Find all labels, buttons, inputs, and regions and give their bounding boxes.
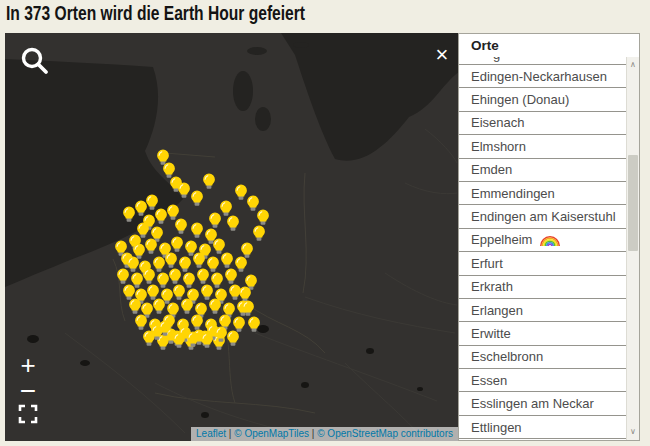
- orte-list-item-label: Erlangen: [471, 303, 523, 318]
- map-marker-bulb[interactable]: [256, 209, 270, 226]
- orte-list-item[interactable]: Erwitte: [459, 322, 626, 345]
- orte-list-item-label: Erfurt: [471, 256, 503, 271]
- map-marker-bulb[interactable]: [226, 215, 240, 232]
- orte-list-item-clipped[interactable]: g: [459, 57, 626, 65]
- map-marker-bulb[interactable]: [200, 332, 214, 349]
- orte-list-item-label: Eisenach: [471, 115, 524, 130]
- lightbulb-icon: [168, 268, 182, 285]
- fullscreen-brackets-icon: [18, 404, 38, 424]
- map-marker-bulb[interactable]: [180, 298, 194, 315]
- map-marker-bulb[interactable]: [186, 331, 200, 348]
- lightbulb-icon: [180, 298, 194, 315]
- lightbulb-icon: [220, 252, 234, 269]
- orte-list-item[interactable]: Erkrath: [459, 276, 626, 299]
- orte-panel: Orte g Edingen-NeckarhausenEhingen (Dona…: [458, 33, 640, 441]
- orte-list-item[interactable]: Emden: [459, 159, 626, 182]
- map-marker-bulb[interactable]: [190, 222, 204, 239]
- orte-list-item[interactable]: Ettlingen: [459, 416, 626, 439]
- lightbulb-icon: [170, 236, 184, 253]
- orte-list-item-label: Eschelbronn: [471, 349, 543, 364]
- lightbulb-icon: [136, 222, 150, 239]
- lightbulb-icon: [200, 332, 214, 349]
- orte-list-item[interactable]: Eschelbronn: [459, 346, 626, 369]
- search-icon: [19, 45, 53, 79]
- orte-list-item[interactable]: Ehingen (Donau): [459, 88, 626, 111]
- search-button[interactable]: [19, 45, 53, 79]
- map-marker-bulb[interactable]: [196, 268, 210, 285]
- map-marker-bulb[interactable]: [247, 316, 261, 333]
- lightbulb-icon: [252, 225, 266, 242]
- lightbulb-icon: [202, 173, 216, 190]
- orte-list-item[interactable]: Erfurt: [459, 252, 626, 275]
- orte-list-item[interactable]: Essen: [459, 369, 626, 392]
- orte-list-item[interactable]: Eppelheim: [459, 229, 626, 252]
- map-marker-bulb[interactable]: [220, 252, 234, 269]
- lightbulb-icon: [190, 222, 204, 239]
- orte-list-scrollbar[interactable]: ∧ ∨: [626, 57, 639, 440]
- lightbulb-icon: [142, 268, 156, 285]
- orte-list-item-label: Edingen-Neckarhausen: [471, 69, 607, 84]
- orte-list-item[interactable]: Elmshorn: [459, 135, 626, 158]
- map-marker-bulb[interactable]: [202, 173, 216, 190]
- map-marker-bulb[interactable]: [226, 330, 240, 347]
- map-marker-bulb[interactable]: [164, 252, 178, 269]
- page-title: In 373 Orten wird die Earth Hour gefeier…: [6, 2, 305, 25]
- map-marker-bulb[interactable]: [142, 268, 156, 285]
- orte-list: g Edingen-NeckarhausenEhingen (Donau)Eis…: [459, 57, 626, 440]
- map-marker-bulb[interactable]: [252, 225, 266, 242]
- map-marker-bulb[interactable]: [134, 314, 148, 331]
- attribution-link[interactable]: © OpenMapTiles: [234, 428, 309, 439]
- map-marker-bulb[interactable]: [214, 326, 228, 343]
- orte-list-item[interactable]: Emmendingen: [459, 182, 626, 205]
- orte-list-item[interactable]: Esslingen am Neckar: [459, 392, 626, 415]
- orte-list-item[interactable]: Endingen am Kaiserstuhl: [459, 205, 626, 228]
- map-marker-bulb[interactable]: [158, 320, 172, 337]
- fullscreen-button[interactable]: [18, 404, 38, 424]
- lightbulb-icon: [214, 326, 228, 343]
- orte-list-item-label: Esslingen am Neckar: [471, 396, 594, 411]
- map-marker-bulb[interactable]: [136, 222, 150, 239]
- lightbulb-icon: [134, 314, 148, 331]
- map-marker-bulb[interactable]: [144, 238, 158, 255]
- map-marker-bulb[interactable]: [168, 268, 182, 285]
- map-marker-bulb[interactable]: [174, 218, 188, 235]
- map-marker-bulb[interactable]: [208, 298, 222, 315]
- orte-list-item[interactable]: Eisenach: [459, 112, 626, 135]
- scrollbar-thumb[interactable]: [628, 155, 638, 251]
- map-marker-bulb[interactable]: [208, 212, 222, 229]
- lightbulb-icon: [192, 252, 206, 269]
- lightbulb-icon: [164, 252, 178, 269]
- map-marker-bulb[interactable]: [177, 182, 191, 199]
- attribution-link[interactable]: © OpenStreetMap contributors: [317, 428, 453, 439]
- orte-list-item-label: Elmshorn: [471, 139, 526, 154]
- map-marker-bulb[interactable]: [122, 206, 136, 223]
- map-attribution[interactable]: Leaflet | © OpenMapTiles | © OpenStreetM…: [191, 427, 458, 441]
- map-marker-bulb[interactable]: [152, 298, 166, 315]
- orte-list-item[interactable]: Erlangen: [459, 299, 626, 322]
- map-marker-bulb[interactable]: [170, 236, 184, 253]
- orte-list-item-label: Erkrath: [471, 279, 513, 294]
- orte-list-item-label: Essen: [471, 373, 507, 388]
- lightbulb-icon: [116, 268, 130, 285]
- lightbulb-icon: [241, 300, 255, 317]
- map-marker-bulb[interactable]: [192, 252, 206, 269]
- lightbulb-icon: [208, 212, 222, 229]
- lightbulb-icon: [174, 218, 188, 235]
- rainbow-icon: [540, 234, 560, 246]
- map-marker-bulb[interactable]: [172, 332, 186, 349]
- map-marker-bulb[interactable]: [190, 190, 204, 207]
- lightbulb-icon: [158, 320, 172, 337]
- lightbulb-icon: [226, 330, 240, 347]
- map-marker-bulb[interactable]: [224, 268, 238, 285]
- orte-list-item[interactable]: Edingen-Neckarhausen: [459, 65, 626, 88]
- zoom-out-button[interactable]: −: [15, 379, 41, 405]
- scrollbar-down-icon[interactable]: ∨: [627, 426, 639, 438]
- attribution-link[interactable]: Leaflet: [196, 428, 226, 439]
- scrollbar-up-icon[interactable]: ∧: [627, 59, 639, 71]
- map-marker-bulb[interactable]: [241, 300, 255, 317]
- map-marker-bulb[interactable]: [116, 268, 130, 285]
- lightbulb-icon: [144, 238, 158, 255]
- map-canvas[interactable]: × + − Leaflet | © OpenMapTiles | © OpenS…: [5, 33, 640, 441]
- orte-list-item-label: Eppelheim: [471, 232, 532, 247]
- close-button[interactable]: ×: [428, 41, 456, 69]
